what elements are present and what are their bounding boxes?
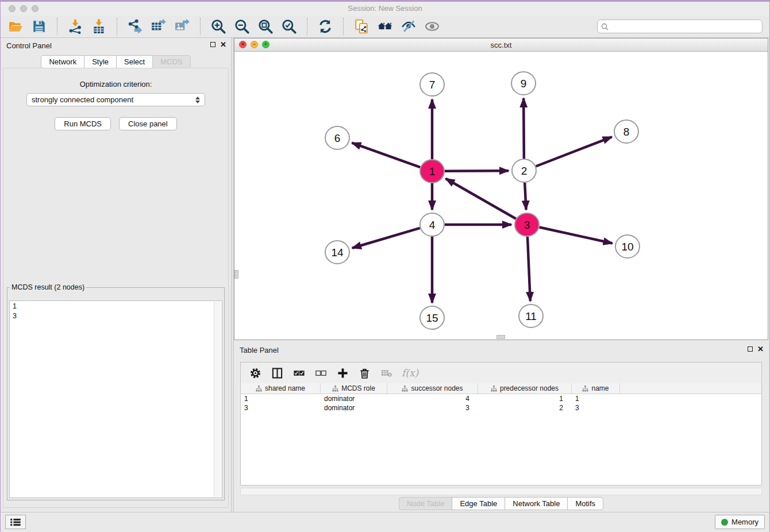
- import-table-button[interactable]: [91, 18, 107, 34]
- graph-node-10[interactable]: 10: [615, 235, 640, 258]
- table-cell[interactable]: dominator: [321, 394, 387, 403]
- delete-row-icon[interactable]: [358, 367, 371, 379]
- clone-network-button[interactable]: [353, 18, 369, 34]
- graph-edge-1-2[interactable]: [445, 171, 509, 171]
- graph-node-4[interactable]: 4: [420, 213, 444, 236]
- tab-network[interactable]: Network: [41, 55, 84, 68]
- table-toolbar: f(x): [241, 363, 761, 383]
- zoom-in-button[interactable]: [210, 18, 226, 34]
- deselect-all-icon[interactable]: [314, 367, 327, 379]
- column-header-mcds-role[interactable]: MCDS role: [321, 383, 387, 394]
- column-header-shared-name[interactable]: shared name: [241, 383, 321, 394]
- graph-edge-2-3[interactable]: [525, 183, 526, 210]
- column-sort-icon: [402, 385, 408, 392]
- hide-graphics-button[interactable]: [401, 18, 417, 34]
- graph-node-2[interactable]: 2: [512, 159, 536, 182]
- close-panel-button[interactable]: Close panel: [119, 117, 177, 130]
- search-input[interactable]: [611, 22, 759, 31]
- graph-node-9[interactable]: 9: [511, 72, 536, 95]
- export-network-button[interactable]: [127, 18, 143, 34]
- zoom-selected-button[interactable]: [281, 18, 297, 34]
- show-columns-icon[interactable]: [271, 367, 283, 379]
- tab-mcds[interactable]: MCDS: [152, 55, 190, 68]
- graph-edge-3-1[interactable]: [446, 179, 516, 219]
- float-table-panel-icon[interactable]: [748, 346, 753, 352]
- show-graphics-button[interactable]: [424, 18, 440, 34]
- table-horizontal-scrollbar[interactable]: [240, 488, 762, 495]
- table-tab-motifs[interactable]: Motifs: [567, 497, 603, 510]
- table-cell[interactable]: 1: [478, 394, 572, 403]
- titlebar: Session: New Session: [1, 2, 769, 16]
- search-icon: [601, 23, 609, 30]
- table-cell[interactable]: 2: [478, 403, 572, 413]
- graph-node-1[interactable]: 1: [420, 160, 444, 183]
- run-mcds-button[interactable]: Run MCDS: [55, 117, 111, 130]
- close-table-panel-icon[interactable]: ✕: [757, 346, 764, 352]
- select-all-icon[interactable]: [292, 367, 305, 379]
- table-settings-icon[interactable]: [249, 367, 261, 379]
- result-scrollbar[interactable]: [214, 302, 221, 497]
- column-sort-icon: [582, 385, 588, 392]
- graph-node-label: 2: [521, 165, 528, 177]
- network-window-titlebar[interactable]: ✕ − + scc.txt: [234, 38, 768, 52]
- graph-node-7[interactable]: 7: [420, 73, 444, 96]
- table-cell[interactable]: 4: [387, 394, 478, 403]
- network-horizontal-scrollbar[interactable]: [496, 335, 505, 339]
- graph-edge-3-11[interactable]: [528, 237, 530, 301]
- column-header-name[interactable]: name: [572, 383, 620, 394]
- refresh-button[interactable]: [317, 18, 333, 34]
- criterion-dropdown[interactable]: strongly connected component: [26, 93, 205, 106]
- table-tab-network-table[interactable]: Network Table: [505, 497, 568, 510]
- home-button[interactable]: [377, 18, 393, 34]
- add-row-icon[interactable]: [336, 367, 349, 379]
- float-panel-icon[interactable]: [210, 42, 215, 47]
- close-panel-icon[interactable]: ✕: [220, 41, 226, 48]
- export-image-button[interactable]: [174, 18, 190, 34]
- network-canvas-wrap: 1234678910111415: [234, 51, 768, 340]
- graph-node-label: 7: [429, 79, 436, 91]
- network-canvas[interactable]: 1234678910111415: [234, 51, 768, 340]
- table-cell[interactable]: 1: [572, 394, 620, 403]
- column-header-successor-nodes[interactable]: successor nodes: [387, 383, 478, 394]
- open-session-button[interactable]: [7, 18, 24, 34]
- network-vertical-scrollbar[interactable]: [234, 270, 238, 279]
- table-cell[interactable]: dominator: [321, 403, 387, 413]
- graph-node-15[interactable]: 15: [420, 306, 444, 329]
- table-row[interactable]: 1dominator411: [241, 394, 761, 403]
- tab-select[interactable]: Select: [116, 55, 153, 68]
- zoom-out-button[interactable]: [234, 18, 250, 34]
- graph-edge-1-6[interactable]: [352, 143, 420, 167]
- optimization-criterion-label: Optimization criterion:: [3, 80, 228, 88]
- control-panel-title: Control Panel: [6, 41, 52, 50]
- graph-node-label: 8: [623, 126, 630, 138]
- toolbar-separator: [307, 18, 307, 35]
- column-sort-icon: [256, 385, 262, 392]
- graph-edge-3-10[interactable]: [539, 227, 612, 243]
- table-cell[interactable]: 3: [241, 403, 321, 413]
- graph-node-3[interactable]: 3: [515, 213, 539, 236]
- column-header-predecessor-nodes[interactable]: predecessor nodes: [478, 383, 572, 394]
- task-history-button[interactable]: [5, 515, 26, 529]
- table-tab-edge-table[interactable]: Edge Table: [452, 497, 505, 510]
- export-table-button[interactable]: [151, 18, 167, 34]
- graph-node-6[interactable]: 6: [325, 126, 349, 149]
- tab-style[interactable]: Style: [84, 55, 117, 68]
- table-tab-node-table[interactable]: Node Table: [399, 497, 453, 510]
- task-list-icon: [10, 518, 21, 526]
- table-cell[interactable]: 3: [387, 403, 478, 413]
- graph-edge-4-14[interactable]: [352, 228, 420, 248]
- toolbar-separator: [343, 18, 344, 35]
- graph-node-8[interactable]: 8: [614, 120, 638, 143]
- zoom-fit-button[interactable]: [257, 18, 274, 34]
- memory-button[interactable]: Memory: [715, 515, 765, 529]
- graph-edge-2-9[interactable]: [523, 98, 524, 159]
- table-cell[interactable]: 3: [572, 403, 620, 413]
- graph-node-11[interactable]: 11: [519, 304, 543, 327]
- graph-edge-2-8[interactable]: [536, 137, 612, 166]
- mcds-result-box[interactable]: 1 3: [9, 300, 222, 498]
- import-network-button[interactable]: [67, 18, 83, 34]
- table-cell[interactable]: 1: [241, 394, 321, 403]
- table-row[interactable]: 3dominator323: [241, 403, 761, 413]
- graph-node-14[interactable]: 14: [325, 241, 349, 264]
- save-session-button[interactable]: [31, 18, 47, 34]
